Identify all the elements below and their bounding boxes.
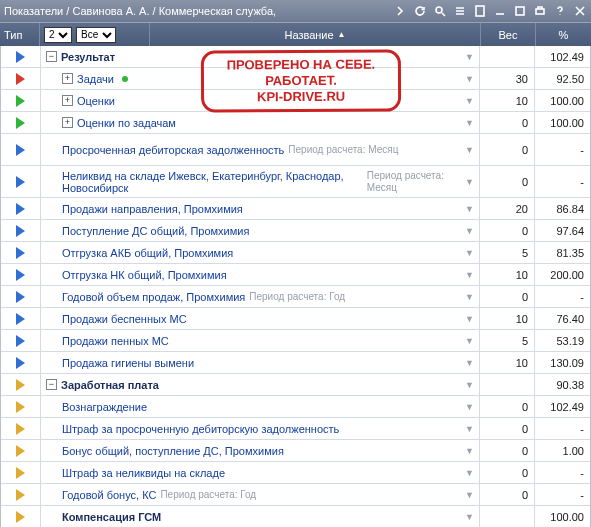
row-name[interactable]: Компенсация ГСМ <box>62 511 161 523</box>
row-dropdown-icon[interactable]: ▼ <box>465 176 476 188</box>
row-meta: Период расчета: Месяц <box>288 144 398 156</box>
weight-cell <box>480 506 535 527</box>
row-name[interactable]: Штраф за просроченную дебиторскую задолж… <box>62 423 339 435</box>
page-icon[interactable] <box>473 4 487 18</box>
percent-cell: - <box>535 418 590 439</box>
row-dropdown-icon[interactable]: ▼ <box>465 203 476 215</box>
row-dropdown-icon[interactable]: ▼ <box>465 144 476 156</box>
row-meta: Период расчета: Год <box>249 291 345 303</box>
row-dropdown-icon[interactable]: ▼ <box>465 313 476 325</box>
row-dropdown-icon[interactable]: ▼ <box>465 95 476 107</box>
refresh-icon[interactable] <box>413 4 427 18</box>
minimize-icon[interactable] <box>493 4 507 18</box>
row-dropdown-icon[interactable]: ▼ <box>465 489 476 501</box>
row-name[interactable]: Бонус общий, поступление ДС, Промхимия <box>62 445 284 457</box>
type-cell <box>1 90 41 111</box>
type-cell <box>1 134 41 165</box>
weight-cell: 0 <box>480 286 535 307</box>
percent-cell: 130.09 <box>535 352 590 373</box>
row-dropdown-icon[interactable]: ▼ <box>465 73 476 85</box>
table-row: −Результат▼102.49 <box>1 46 590 68</box>
type-marker-icon <box>16 313 25 325</box>
row-name[interactable]: Вознаграждение <box>62 401 147 413</box>
row-name[interactable]: Результат <box>61 51 115 63</box>
row-name[interactable]: Продажи направления, Промхимия <box>62 203 243 215</box>
row-dropdown-icon[interactable]: ▼ <box>465 269 476 281</box>
row-dropdown-icon[interactable]: ▼ <box>465 117 476 129</box>
header-selectors: 2 Все <box>40 23 150 46</box>
row-name[interactable]: Поступление ДС общий, Промхимия <box>62 225 249 237</box>
row-name[interactable]: Отгрузка НК общий, Промхимия <box>62 269 227 281</box>
row-dropdown-icon[interactable]: ▼ <box>465 467 476 479</box>
type-marker-icon <box>16 335 25 347</box>
percent-cell: 100.00 <box>535 112 590 133</box>
header-name[interactable]: Название ▲ <box>150 23 481 46</box>
name-cell: Продажи пенных МС▼ <box>41 330 480 351</box>
header-percent[interactable]: % <box>536 23 591 46</box>
row-dropdown-icon[interactable]: ▼ <box>465 225 476 237</box>
type-cell <box>1 166 41 197</box>
weight-cell: 10 <box>480 308 535 329</box>
row-name[interactable]: Неликвид на складе Ижевск, Екатеринбург,… <box>62 170 363 194</box>
collapse-icon[interactable]: − <box>46 51 57 62</box>
type-cell <box>1 46 41 67</box>
row-name[interactable]: Просроченная дебиторская задолженность <box>62 144 284 156</box>
row-name[interactable]: Отгрузка АКБ общий, Промхимия <box>62 247 233 259</box>
row-name[interactable]: Оценки <box>77 95 115 107</box>
row-name[interactable]: Продажи беспенных МС <box>62 313 187 325</box>
row-dropdown-icon[interactable]: ▼ <box>465 379 476 391</box>
sort-asc-icon: ▲ <box>338 30 346 39</box>
table-row: +Оценки по задачам▼0100.00 <box>1 112 590 134</box>
row-name[interactable]: Заработная плата <box>61 379 159 391</box>
row-name[interactable]: Продажа гигиены вымени <box>62 357 194 369</box>
row-name[interactable]: Штраф за неликвиды на складе <box>62 467 225 479</box>
expand-icon[interactable]: + <box>62 95 73 106</box>
row-dropdown-icon[interactable]: ▼ <box>465 51 476 63</box>
scope-select[interactable]: Все <box>76 27 116 43</box>
close-icon[interactable] <box>573 4 587 18</box>
weight-cell: 5 <box>480 330 535 351</box>
row-name[interactable]: Годовой бонус, КС <box>62 489 156 501</box>
name-cell: Бонус общий, поступление ДС, Промхимия▼ <box>41 440 480 461</box>
row-dropdown-icon[interactable]: ▼ <box>465 445 476 457</box>
weight-cell: 0 <box>480 484 535 505</box>
list-icon[interactable] <box>453 4 467 18</box>
expand-icon[interactable]: + <box>62 117 73 128</box>
svg-rect-1 <box>476 6 484 16</box>
weight-cell: 0 <box>480 166 535 197</box>
row-name[interactable]: Годовой объем продаж, Промхимия <box>62 291 245 303</box>
percent-cell: 81.35 <box>535 242 590 263</box>
chevron-right-icon[interactable] <box>393 4 407 18</box>
name-cell: +Задачи▼ <box>41 68 480 89</box>
table-row: Отгрузка АКБ общий, Промхимия▼581.35 <box>1 242 590 264</box>
maximize-icon[interactable] <box>513 4 527 18</box>
search-icon[interactable] <box>433 4 447 18</box>
header-type[interactable]: Тип <box>0 23 40 46</box>
help-icon[interactable] <box>553 4 567 18</box>
row-name[interactable]: Оценки по задачам <box>77 117 176 129</box>
table-row: Штраф за неликвиды на складе▼0- <box>1 462 590 484</box>
header-weight[interactable]: Вес <box>481 23 536 46</box>
row-name[interactable]: Продажи пенных МС <box>62 335 169 347</box>
type-marker-icon <box>16 269 25 281</box>
row-dropdown-icon[interactable]: ▼ <box>465 291 476 303</box>
row-name[interactable]: Задачи <box>77 73 114 85</box>
row-dropdown-icon[interactable]: ▼ <box>465 247 476 259</box>
type-cell <box>1 506 41 527</box>
row-dropdown-icon[interactable]: ▼ <box>465 335 476 347</box>
row-dropdown-icon[interactable]: ▼ <box>465 511 476 523</box>
type-marker-icon <box>16 489 25 501</box>
type-marker-icon <box>16 51 25 63</box>
collapse-icon[interactable]: − <box>46 379 57 390</box>
name-cell: Отгрузка НК общий, Промхимия▼ <box>41 264 480 285</box>
table-row: Бонус общий, поступление ДС, Промхимия▼0… <box>1 440 590 462</box>
expand-icon[interactable]: + <box>62 73 73 84</box>
row-dropdown-icon[interactable]: ▼ <box>465 357 476 369</box>
level-select[interactable]: 2 <box>44 27 72 43</box>
percent-cell: - <box>535 134 590 165</box>
percent-cell: 90.38 <box>535 374 590 395</box>
row-dropdown-icon[interactable]: ▼ <box>465 401 476 413</box>
print-icon[interactable] <box>533 4 547 18</box>
row-dropdown-icon[interactable]: ▼ <box>465 423 476 435</box>
type-marker-icon <box>16 467 25 479</box>
